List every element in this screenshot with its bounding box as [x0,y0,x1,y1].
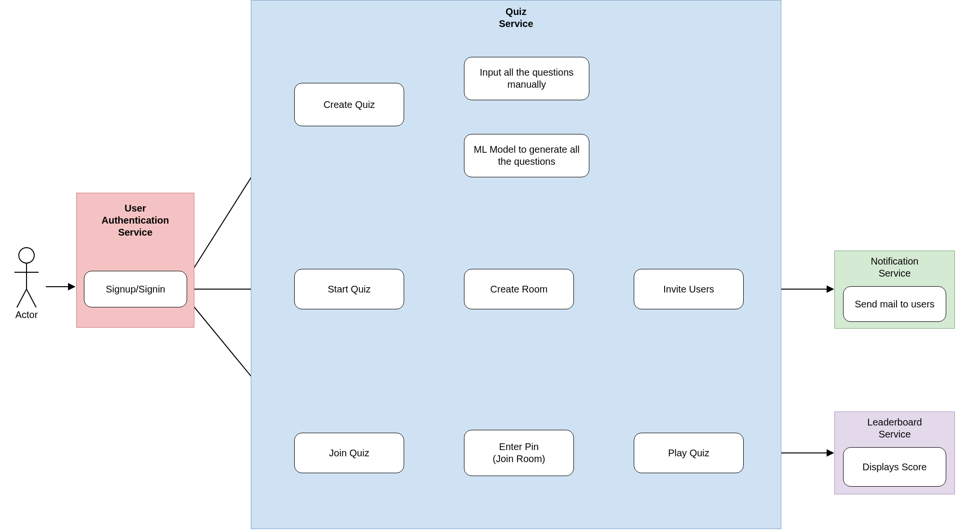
diagram-canvas: Actor User Authentication Service Signup… [0,0,980,531]
quiz-service-title: Quiz Service [251,6,781,30]
enter-pin-node: Enter Pin (Join Room) [464,430,574,476]
svg-point-0 [19,248,34,263]
signup-node: Signup/Signin [84,271,187,307]
start-quiz-node: Start Quiz [294,269,404,309]
send-mail-node: Send mail to users [843,286,946,322]
create-quiz-node: Create Quiz [294,83,404,126]
input-manual-node: Input all the questions manually [464,57,589,100]
create-room-node: Create Room [464,269,574,309]
join-quiz-node: Join Quiz [294,433,404,473]
invite-users-node: Invite Users [634,269,744,309]
leaderboard-service-title: Leaderboard Service [834,416,955,440]
svg-line-4 [27,289,36,307]
displays-score-node: Displays Score [843,447,946,487]
auth-service-title: User Authentication Service [81,202,190,239]
notification-service-title: Notification Service [834,255,955,279]
svg-line-3 [17,289,27,307]
play-quiz-node: Play Quiz [634,433,744,473]
actor-icon [14,248,39,307]
ml-model-node: ML Model to generate all the questions [464,134,589,177]
actor-label: Actor [10,309,43,320]
